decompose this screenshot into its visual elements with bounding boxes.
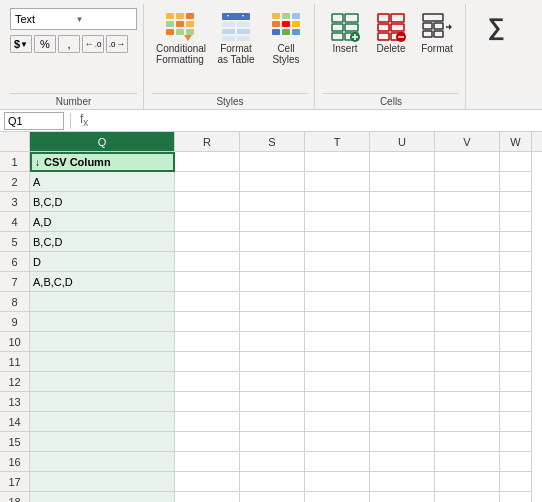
cell[interactable] xyxy=(370,432,435,452)
cell[interactable] xyxy=(30,332,175,352)
cell[interactable] xyxy=(175,252,240,272)
col-header-v[interactable]: V xyxy=(435,132,500,151)
cell[interactable] xyxy=(435,392,500,412)
cell[interactable] xyxy=(175,172,240,192)
cell[interactable] xyxy=(305,292,370,312)
cell[interactable] xyxy=(500,432,532,452)
cell[interactable] xyxy=(305,232,370,252)
cell[interactable] xyxy=(435,152,500,172)
row-header[interactable]: 13 xyxy=(0,392,30,412)
cell-styles-button[interactable]: Cell Styles xyxy=(264,8,308,68)
cell[interactable] xyxy=(30,312,175,332)
cell[interactable] xyxy=(305,432,370,452)
cell[interactable] xyxy=(500,452,532,472)
cell[interactable] xyxy=(435,312,500,332)
cell[interactable]: A xyxy=(30,172,175,192)
row-header[interactable]: 3 xyxy=(0,192,30,212)
col-header-q[interactable]: Q xyxy=(30,132,175,151)
cell[interactable] xyxy=(305,252,370,272)
cell[interactable] xyxy=(30,472,175,492)
cell[interactable] xyxy=(500,352,532,372)
cell-reference-box[interactable] xyxy=(4,112,64,130)
cell[interactable] xyxy=(175,212,240,232)
conditional-formatting-button[interactable]: Conditional Formatting xyxy=(152,8,208,68)
cell[interactable] xyxy=(240,272,305,292)
cell[interactable] xyxy=(370,352,435,372)
row-header[interactable]: 8 xyxy=(0,292,30,312)
cell[interactable] xyxy=(175,292,240,312)
cell[interactable] xyxy=(500,152,532,172)
row-header[interactable]: 1 xyxy=(0,152,30,172)
cell[interactable] xyxy=(435,192,500,212)
cell[interactable] xyxy=(305,312,370,332)
cell[interactable] xyxy=(240,392,305,412)
cell[interactable] xyxy=(30,452,175,472)
cell[interactable] xyxy=(370,272,435,292)
cell[interactable] xyxy=(240,372,305,392)
row-header[interactable]: 16 xyxy=(0,452,30,472)
cell[interactable] xyxy=(175,492,240,502)
cell[interactable] xyxy=(240,252,305,272)
autosum-button[interactable]: ∑ xyxy=(474,8,518,46)
cell[interactable] xyxy=(175,412,240,432)
row-header[interactable]: 17 xyxy=(0,472,30,492)
row-header[interactable]: 10 xyxy=(0,332,30,352)
cell[interactable] xyxy=(175,432,240,452)
cell[interactable] xyxy=(370,152,435,172)
row-header[interactable]: 6 xyxy=(0,252,30,272)
comma-button[interactable]: , xyxy=(58,35,80,53)
cell[interactable] xyxy=(500,192,532,212)
cell[interactable] xyxy=(435,232,500,252)
cell[interactable] xyxy=(370,452,435,472)
cell[interactable]: ↓ CSV Column xyxy=(30,152,175,172)
cell[interactable] xyxy=(435,412,500,432)
cell[interactable] xyxy=(500,412,532,432)
row-header[interactable]: 12 xyxy=(0,372,30,392)
cell[interactable] xyxy=(305,332,370,352)
cell[interactable] xyxy=(500,272,532,292)
cell[interactable] xyxy=(500,292,532,312)
cell[interactable] xyxy=(305,172,370,192)
cell[interactable] xyxy=(305,152,370,172)
cell[interactable] xyxy=(30,352,175,372)
row-header[interactable]: 4 xyxy=(0,212,30,232)
cell[interactable] xyxy=(305,452,370,472)
cell[interactable] xyxy=(240,332,305,352)
cell[interactable] xyxy=(370,292,435,312)
cell[interactable] xyxy=(175,372,240,392)
cell[interactable] xyxy=(435,472,500,492)
row-header[interactable]: 15 xyxy=(0,432,30,452)
cell[interactable] xyxy=(175,152,240,172)
formula-input[interactable] xyxy=(95,112,538,130)
insert-button[interactable]: Insert xyxy=(323,8,367,58)
cell[interactable] xyxy=(175,272,240,292)
cell[interactable] xyxy=(435,352,500,372)
cell[interactable] xyxy=(435,272,500,292)
cell[interactable] xyxy=(30,392,175,412)
cell[interactable] xyxy=(435,252,500,272)
cell[interactable]: A,D xyxy=(30,212,175,232)
cell[interactable] xyxy=(175,452,240,472)
row-header[interactable]: 14 xyxy=(0,412,30,432)
cell[interactable] xyxy=(240,212,305,232)
cell[interactable] xyxy=(435,372,500,392)
cell[interactable] xyxy=(500,312,532,332)
cell[interactable] xyxy=(175,192,240,212)
cell[interactable] xyxy=(175,332,240,352)
cell[interactable] xyxy=(240,292,305,312)
cell[interactable] xyxy=(240,192,305,212)
row-header[interactable]: 5 xyxy=(0,232,30,252)
cell[interactable] xyxy=(305,272,370,292)
row-header[interactable]: 2 xyxy=(0,172,30,192)
number-format-dropdown[interactable]: Text ▼ xyxy=(10,8,137,30)
col-header-r[interactable]: R xyxy=(175,132,240,151)
cell[interactable] xyxy=(435,452,500,472)
cell[interactable] xyxy=(175,352,240,372)
cell[interactable]: B,C,D xyxy=(30,232,175,252)
cell[interactable] xyxy=(370,212,435,232)
cell[interactable] xyxy=(240,452,305,472)
cell[interactable] xyxy=(175,472,240,492)
cell[interactable] xyxy=(175,312,240,332)
cell[interactable] xyxy=(175,232,240,252)
cell[interactable] xyxy=(305,372,370,392)
